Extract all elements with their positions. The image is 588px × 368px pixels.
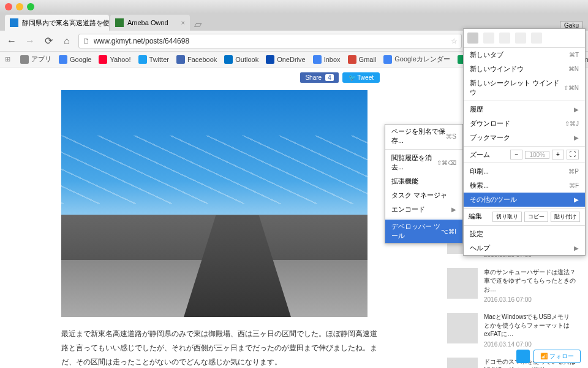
menu-item-incognito[interactable]: 新しいシークレット ウインドウ⇧⌘N <box>464 76 585 99</box>
menu-item-encoding[interactable]: エンコード▶ <box>385 202 462 217</box>
bookmark-item[interactable]: Outlook <box>224 55 258 64</box>
app-icon[interactable] <box>531 33 542 44</box>
paste-button[interactable]: 貼り付け <box>551 212 580 222</box>
menu-item-settings[interactable]: 設定 <box>464 227 585 241</box>
facebook-share-button[interactable]: Share4 <box>300 72 338 83</box>
bookmark-item[interactable]: Inbox <box>313 55 341 64</box>
new-tab-button[interactable]: ▱ <box>191 17 205 31</box>
more-tools-submenu: ページを別名で保存...⌘S 閲覧履歴を消去...⇧⌘⌫ 拡張機能 タスク マネ… <box>385 124 463 243</box>
app-icon[interactable] <box>483 33 494 44</box>
menu-item-new-window[interactable]: 新しいウインドウ⌘N <box>464 62 585 76</box>
bookmark-item[interactable]: Gmail <box>348 55 377 64</box>
post-date: 2016.03.16 07:00 <box>484 296 576 304</box>
menu-item-help[interactable]: ヘルプ▶ <box>464 241 585 255</box>
fullscreen-button[interactable]: ⛶ <box>567 150 579 159</box>
site-info-icon[interactable]: 🗋 <box>83 37 90 45</box>
zoom-value: 100% <box>525 151 549 159</box>
sidebar-post-item[interactable]: MacとWindowsでもUSBメモリとかを使うならフォーマットはexFATに…… <box>447 313 576 349</box>
titlebar <box>0 0 588 13</box>
maximize-window[interactable] <box>27 3 34 10</box>
app-icon[interactable] <box>499 33 510 44</box>
menu-item-task-manager[interactable]: タスク マネージャ <box>385 188 462 202</box>
close-window[interactable] <box>5 3 12 10</box>
post-date: 2016.03.14 07:00 <box>484 340 576 349</box>
menu-item-new-tab[interactable]: 新しいタブ⌘T <box>464 48 585 62</box>
chrome-menu: 新しいタブ⌘T 新しいウインドウ⌘N 新しいシークレット ウインドウ⇧⌘N 履歴… <box>463 28 586 256</box>
bookmark-item[interactable]: Google <box>59 55 91 64</box>
menu-item-find[interactable]: 検索...⌘F <box>464 178 585 193</box>
close-tab-icon[interactable]: × <box>181 19 185 26</box>
menu-item-more-tools[interactable]: その他のツール▶ <box>464 193 585 207</box>
zoom-in-button[interactable]: + <box>552 150 564 159</box>
paragraph: 最近まで新東名高速道路が静岡県のみで東は御殿場、西は三ヶ日の区間でした。ほぼ静岡… <box>61 327 380 368</box>
bookmark-item[interactable]: Twitter <box>138 55 169 64</box>
bookmark-item[interactable]: OneDrive <box>266 55 305 64</box>
address-bar[interactable]: 🗋 www.gkmyt.net/posts/644698 ☆ <box>78 34 462 48</box>
help-button[interactable] <box>516 350 530 363</box>
hero-image <box>61 90 368 317</box>
post-title: 車のサンキューハザードは違法？車で道をゆずってもらったときのお… <box>484 268 576 294</box>
minimize-window[interactable] <box>16 3 23 10</box>
reload-button[interactable]: ⟳ <box>42 34 55 48</box>
main-column: Share4 🐦 Tweet 最近まで新東名高速道路が静岡県のみで東は御殿場、西… <box>61 67 380 368</box>
menu-edit-row: 編集 切り取り コピー 貼り付け <box>464 210 585 224</box>
menu-zoom-row: ズーム − 100% + ⛶ <box>464 148 585 161</box>
forward-button[interactable]: → <box>23 34 37 48</box>
bookmark-item[interactable]: Googleカレンダー <box>383 55 450 64</box>
twitter-tweet-button[interactable]: 🐦 Tweet <box>342 72 380 83</box>
menu-app-row <box>464 29 585 48</box>
browser-tab-active[interactable]: 静岡県内で東名高速道路を使う× <box>5 15 109 31</box>
menu-item-history[interactable]: 履歴▶ <box>464 102 585 117</box>
cut-button[interactable]: 切り取り <box>492 212 522 222</box>
thumbnail <box>447 358 478 368</box>
menu-item-developer-tools[interactable]: デベロッパー ツール⌥⌘I <box>385 220 462 243</box>
back-button[interactable]: ← <box>5 34 18 48</box>
bookmark-item[interactable]: アプリ <box>20 55 51 64</box>
share-buttons: Share4 🐦 Tweet <box>61 72 380 83</box>
menu-item-save-as[interactable]: ページを別名で保存...⌘S <box>385 125 462 148</box>
article-body: 最近まで新東名高速道路が静岡県のみで東は御殿場、西は三ヶ日の区間でした。ほぼ静岡… <box>61 327 380 368</box>
url-text: www.gkmyt.net/posts/644698 <box>94 37 189 45</box>
browser-tab[interactable]: Ameba Ownd× <box>110 15 190 31</box>
bookmark-star-icon[interactable]: ☆ <box>451 37 458 45</box>
menu-item-print[interactable]: 印刷...⌘P <box>464 164 585 178</box>
app-icon[interactable] <box>515 33 526 44</box>
follow-bar: 📶 フォロー <box>516 350 581 363</box>
bookmark-item[interactable]: Yahoo! <box>99 55 130 64</box>
menu-item-clear-history[interactable]: 閲覧履歴を消去...⇧⌘⌫ <box>385 151 462 174</box>
post-title: MacとWindowsでもUSBメモリとかを使うならフォーマットはexFATに… <box>484 313 576 339</box>
close-tab-icon[interactable]: × <box>100 19 104 26</box>
copy-button[interactable]: コピー <box>524 212 548 222</box>
app-icon[interactable] <box>467 33 478 44</box>
home-button[interactable]: ⌂ <box>60 34 74 48</box>
thumbnail <box>447 268 478 299</box>
follow-button[interactable]: 📶 フォロー <box>533 350 581 363</box>
thumbnail <box>447 313 478 343</box>
menu-item-bookmarks[interactable]: ブックマーク▶ <box>464 131 585 145</box>
menu-item-downloads[interactable]: ダウンロード⇧⌘J <box>464 117 585 131</box>
sidebar-post-item[interactable]: 車のサンキューハザードは違法？車で道をゆずってもらったときのお…2016.03.… <box>447 268 576 304</box>
bookmark-item[interactable]: Facebook <box>176 55 217 64</box>
zoom-out-button[interactable]: − <box>510 150 522 159</box>
menu-item-extensions[interactable]: 拡張機能 <box>385 174 462 188</box>
